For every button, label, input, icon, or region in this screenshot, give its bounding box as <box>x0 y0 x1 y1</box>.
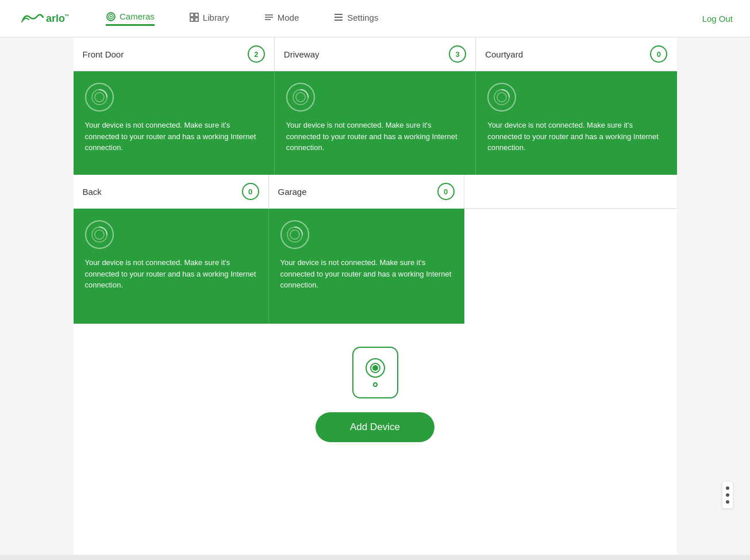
camera-spinner-front-door <box>85 83 114 112</box>
device-inner-ring <box>370 363 380 373</box>
scrollbar-dot-2 <box>726 493 729 497</box>
svg-point-18 <box>296 93 305 102</box>
col-header-courtyard: Courtyard 0 <box>476 37 676 71</box>
camera-icon <box>106 11 116 22</box>
col-header-garage: Garage 0 <box>269 175 464 208</box>
main-content: Front Door 2 Driveway 3 Courtyard 0 <box>0 37 750 555</box>
svg-point-22 <box>95 230 104 239</box>
camera-spinner-garage <box>280 220 309 249</box>
row2-headers: Back 0 Garage 0 <box>74 175 677 209</box>
device-outer-ring <box>366 358 385 378</box>
row2-green-section: Your device is not connected. Make sure … <box>74 209 464 324</box>
row2-empty-header <box>464 175 677 208</box>
content-area: Front Door 2 Driveway 3 Courtyard 0 <box>74 37 677 555</box>
col-header-back: Back 0 <box>74 175 269 208</box>
nav-cameras[interactable]: Cameras <box>106 11 155 26</box>
driveway-msg: Your device is not connected. Make sure … <box>286 120 464 154</box>
col-header-driveway: Driveway 3 <box>275 37 476 71</box>
garage-msg: Your device is not connected. Make sure … <box>280 257 453 291</box>
device-icon <box>352 347 398 398</box>
front-door-badge: 2 <box>248 45 265 63</box>
camera-card-driveway: Your device is not connected. Make sure … <box>275 71 476 175</box>
nav-settings[interactable]: Settings <box>333 12 378 25</box>
row2-cards: Your device is not connected. Make sure … <box>74 209 677 324</box>
svg-point-16 <box>95 93 104 102</box>
camera-card-back: Your device is not connected. Make sure … <box>74 209 269 324</box>
svg-point-24 <box>290 230 299 239</box>
navigation: arlo ™ Cameras Library <box>0 0 750 37</box>
back-msg: Your device is not connected. Make sure … <box>85 257 257 291</box>
row1-headers: Front Door 2 Driveway 3 Courtyard 0 <box>74 37 677 71</box>
camera-card-garage: Your device is not connected. Make sure … <box>269 209 464 324</box>
courtyard-msg: Your device is not connected. Make sure … <box>487 120 665 154</box>
row2-empty-area <box>464 209 677 324</box>
nav-items: Cameras Library Mode <box>106 11 702 26</box>
svg-rect-5 <box>190 13 194 17</box>
library-icon <box>189 12 199 22</box>
back-badge: 0 <box>242 183 259 200</box>
device-bottom-dot <box>373 382 378 387</box>
col-header-front-door: Front Door 2 <box>74 37 275 71</box>
camera-spinner-courtyard <box>487 83 516 112</box>
scrollbar-dot-3 <box>726 500 729 504</box>
svg-rect-7 <box>190 18 194 21</box>
add-device-button[interactable]: Add Device <box>316 412 434 442</box>
camera-card-courtyard: Your device is not connected. Make sure … <box>476 71 676 175</box>
svg-rect-6 <box>195 13 198 17</box>
mode-icon <box>264 12 274 22</box>
svg-point-20 <box>497 93 506 102</box>
svg-rect-8 <box>195 18 198 21</box>
nav-mode[interactable]: Mode <box>264 12 299 25</box>
svg-point-4 <box>110 16 112 17</box>
camera-spinner-back <box>85 220 114 249</box>
camera-spinner-driveway <box>286 83 315 112</box>
arlo-logo: arlo ™ <box>17 9 71 28</box>
svg-text:arlo: arlo <box>46 13 65 24</box>
device-center-dot <box>372 365 378 371</box>
front-door-msg: Your device is not connected. Make sure … <box>85 120 263 154</box>
logout-button[interactable]: Log Out <box>702 14 733 24</box>
settings-icon <box>333 12 344 22</box>
add-device-section: Add Device <box>74 324 677 477</box>
courtyard-badge: 0 <box>650 45 667 63</box>
svg-text:™: ™ <box>64 13 69 20</box>
scrollbar-dot-1 <box>726 486 729 490</box>
camera-card-front-door: Your device is not connected. Make sure … <box>74 71 275 175</box>
nav-library[interactable]: Library <box>189 12 229 25</box>
driveway-badge: 3 <box>449 45 466 63</box>
scrollbar-dots <box>722 482 733 508</box>
row1-cards: Your device is not connected. Make sure … <box>74 71 677 175</box>
garage-badge: 0 <box>437 183 455 200</box>
